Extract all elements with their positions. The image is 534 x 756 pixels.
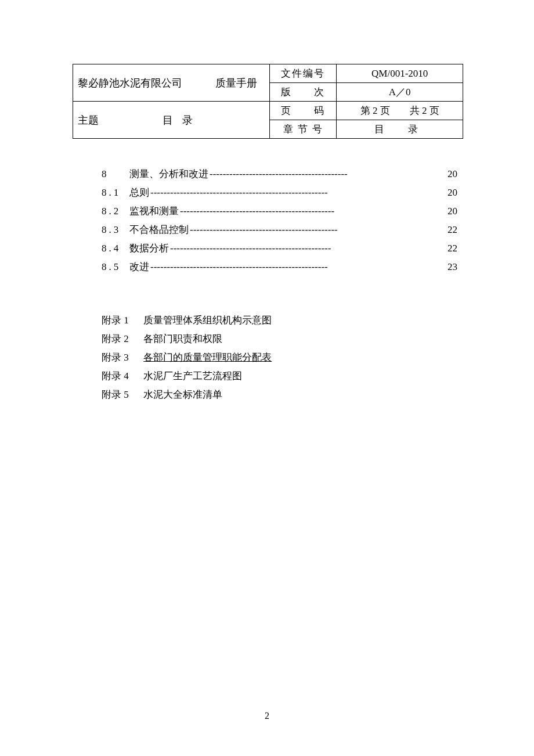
manual-title: 质量手册 — [215, 76, 257, 90]
toc-page: 23 — [448, 258, 457, 276]
topic-value: 目录 — [163, 113, 202, 127]
appendix-num: 附录 2 — [102, 330, 141, 348]
toc-title: 监视和测量 — [129, 202, 179, 221]
toc-leader: ----------------------------------------… — [208, 165, 448, 183]
toc-entry: 8.1 总则 ---------------------------------… — [102, 183, 457, 202]
toc-num: 8.3 — [102, 221, 129, 239]
appendix-num: 附录 5 — [102, 386, 141, 404]
appendix-entry: 附录 1 质量管理体系组织机构示意图 — [102, 311, 463, 330]
page-value: 第 2 页 共 2 页 — [337, 102, 463, 120]
toc-leader: ----------------------------------------… — [169, 239, 448, 258]
toc-page: 20 — [448, 202, 457, 221]
document-header-table: 黎必静池水泥有限公司 质量手册 文件编号 QM/001-2010 版 次 A／0… — [73, 64, 463, 139]
appendix-title: 各部门职责和权限 — [143, 333, 222, 344]
toc-title: 不合格品控制 — [129, 221, 189, 239]
doc-no-value: QM/001-2010 — [337, 64, 463, 83]
appendix-section: 附录 1 质量管理体系组织机构示意图 附录 2 各部门职责和权限 附录 3 各部… — [73, 311, 463, 404]
toc-num: 8 — [102, 165, 129, 183]
toc-leader: ----------------------------------------… — [179, 202, 448, 221]
toc-leader: ----------------------------------------… — [149, 258, 448, 276]
toc-entry: 8.5 改进 ---------------------------------… — [102, 258, 457, 276]
footer-page-number: 2 — [0, 711, 534, 721]
toc-title: 数据分析 — [129, 239, 169, 258]
appendix-title: 各部门的质量管理职能分配表 — [143, 352, 272, 363]
appendix-entry: 附录 2 各部门职责和权限 — [102, 330, 463, 348]
appendix-title: 水泥厂生产工艺流程图 — [143, 370, 242, 381]
toc-num: 8.5 — [102, 258, 129, 276]
appendix-num: 附录 3 — [102, 348, 141, 367]
appendix-entry: 附录 4 水泥厂生产工艺流程图 — [102, 367, 463, 386]
company-name: 黎必静池水泥有限公司 — [78, 76, 182, 90]
toc-entry: 8.2 监视和测量 ------------------------------… — [102, 202, 457, 221]
toc-entry: 8.3 不合格品控制 -----------------------------… — [102, 221, 457, 239]
toc-entry: 8.4 数据分析 -------------------------------… — [102, 239, 457, 258]
toc-title: 总则 — [129, 183, 149, 202]
page-label: 页 码 — [270, 102, 337, 120]
appendix-entry: 附录 5 水泥大全标准清单 — [102, 386, 463, 404]
version-label: 版 次 — [270, 83, 337, 102]
topic-label: 主题 — [78, 113, 99, 127]
appendix-num: 附录 4 — [102, 367, 141, 386]
topic-cell: 主题 目录 — [73, 102, 270, 139]
toc-section: 8 测量、分析和改进 -----------------------------… — [73, 165, 463, 276]
toc-num: 8.1 — [102, 183, 129, 202]
section-label: 章 节 号 — [270, 120, 337, 139]
toc-num: 8.4 — [102, 239, 129, 258]
appendix-title: 质量管理体系组织机构示意图 — [143, 315, 272, 326]
toc-leader: ----------------------------------------… — [149, 183, 448, 202]
toc-page: 22 — [448, 239, 457, 258]
toc-page: 22 — [448, 221, 457, 239]
toc-leader: ----------------------------------------… — [189, 221, 448, 239]
toc-title: 改进 — [129, 258, 149, 276]
toc-page: 20 — [448, 165, 457, 183]
toc-entry: 8 测量、分析和改进 -----------------------------… — [102, 165, 457, 183]
doc-no-label: 文件编号 — [270, 64, 337, 83]
toc-num: 8.2 — [102, 202, 129, 221]
toc-title: 测量、分析和改进 — [129, 165, 208, 183]
version-value: A／0 — [337, 83, 463, 102]
section-value: 目 录 — [337, 120, 463, 139]
toc-page: 20 — [448, 183, 457, 202]
appendix-title: 水泥大全标准清单 — [143, 389, 222, 400]
appendix-num: 附录 1 — [102, 311, 141, 330]
company-cell: 黎必静池水泥有限公司 质量手册 — [73, 64, 270, 102]
appendix-entry: 附录 3 各部门的质量管理职能分配表 — [102, 348, 463, 367]
